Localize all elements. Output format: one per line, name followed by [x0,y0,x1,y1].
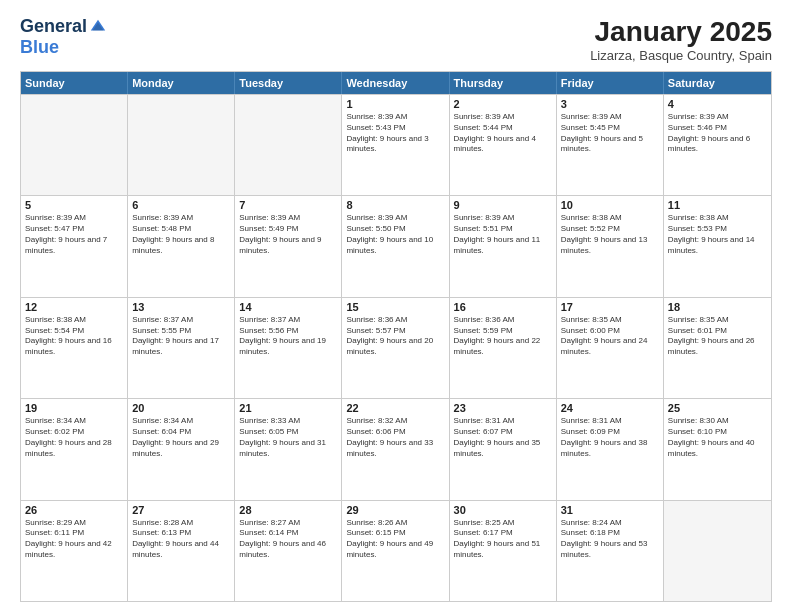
cell-info: Sunrise: 8:30 AMSunset: 6:10 PMDaylight:… [668,416,767,459]
logo-general-text: General [20,16,87,37]
calendar-row-4: 19Sunrise: 8:34 AMSunset: 6:02 PMDayligh… [21,398,771,499]
calendar-cell: 11Sunrise: 8:38 AMSunset: 5:53 PMDayligh… [664,196,771,296]
day-number: 25 [668,402,767,414]
calendar-cell: 25Sunrise: 8:30 AMSunset: 6:10 PMDayligh… [664,399,771,499]
cell-info: Sunrise: 8:25 AMSunset: 6:17 PMDaylight:… [454,518,552,561]
header-tuesday: Tuesday [235,72,342,94]
day-number: 9 [454,199,552,211]
calendar-row-5: 26Sunrise: 8:29 AMSunset: 6:11 PMDayligh… [21,500,771,601]
calendar-cell: 14Sunrise: 8:37 AMSunset: 5:56 PMDayligh… [235,298,342,398]
calendar: Sunday Monday Tuesday Wednesday Thursday… [20,71,772,602]
cell-info: Sunrise: 8:29 AMSunset: 6:11 PMDaylight:… [25,518,123,561]
calendar-cell: 20Sunrise: 8:34 AMSunset: 6:04 PMDayligh… [128,399,235,499]
cell-info: Sunrise: 8:38 AMSunset: 5:52 PMDaylight:… [561,213,659,256]
day-number: 24 [561,402,659,414]
calendar-cell: 10Sunrise: 8:38 AMSunset: 5:52 PMDayligh… [557,196,664,296]
calendar-cell: 8Sunrise: 8:39 AMSunset: 5:50 PMDaylight… [342,196,449,296]
calendar-cell: 23Sunrise: 8:31 AMSunset: 6:07 PMDayligh… [450,399,557,499]
day-number: 5 [25,199,123,211]
day-number: 14 [239,301,337,313]
calendar-cell [664,501,771,601]
header-thursday: Thursday [450,72,557,94]
day-number: 18 [668,301,767,313]
cell-info: Sunrise: 8:38 AMSunset: 5:53 PMDaylight:… [668,213,767,256]
cell-info: Sunrise: 8:27 AMSunset: 6:14 PMDaylight:… [239,518,337,561]
day-number: 23 [454,402,552,414]
cell-info: Sunrise: 8:39 AMSunset: 5:44 PMDaylight:… [454,112,552,155]
calendar-cell: 22Sunrise: 8:32 AMSunset: 6:06 PMDayligh… [342,399,449,499]
cell-info: Sunrise: 8:39 AMSunset: 5:47 PMDaylight:… [25,213,123,256]
calendar-cell: 31Sunrise: 8:24 AMSunset: 6:18 PMDayligh… [557,501,664,601]
page-header: General Blue January 2025 Lizarza, Basqu… [20,16,772,63]
day-number: 7 [239,199,337,211]
cell-info: Sunrise: 8:36 AMSunset: 5:59 PMDaylight:… [454,315,552,358]
day-number: 28 [239,504,337,516]
cell-info: Sunrise: 8:32 AMSunset: 6:06 PMDaylight:… [346,416,444,459]
calendar-cell [21,95,128,195]
cell-info: Sunrise: 8:39 AMSunset: 5:51 PMDaylight:… [454,213,552,256]
day-number: 22 [346,402,444,414]
logo: General Blue [20,16,107,58]
calendar-cell: 3Sunrise: 8:39 AMSunset: 5:45 PMDaylight… [557,95,664,195]
calendar-cell: 7Sunrise: 8:39 AMSunset: 5:49 PMDaylight… [235,196,342,296]
day-number: 8 [346,199,444,211]
day-number: 26 [25,504,123,516]
day-number: 20 [132,402,230,414]
cell-info: Sunrise: 8:26 AMSunset: 6:15 PMDaylight:… [346,518,444,561]
cell-info: Sunrise: 8:39 AMSunset: 5:45 PMDaylight:… [561,112,659,155]
day-number: 16 [454,301,552,313]
calendar-cell: 9Sunrise: 8:39 AMSunset: 5:51 PMDaylight… [450,196,557,296]
calendar-cell: 19Sunrise: 8:34 AMSunset: 6:02 PMDayligh… [21,399,128,499]
calendar-cell: 28Sunrise: 8:27 AMSunset: 6:14 PMDayligh… [235,501,342,601]
calendar-cell: 16Sunrise: 8:36 AMSunset: 5:59 PMDayligh… [450,298,557,398]
header-wednesday: Wednesday [342,72,449,94]
cell-info: Sunrise: 8:31 AMSunset: 6:07 PMDaylight:… [454,416,552,459]
day-number: 3 [561,98,659,110]
calendar-cell: 15Sunrise: 8:36 AMSunset: 5:57 PMDayligh… [342,298,449,398]
cell-info: Sunrise: 8:38 AMSunset: 5:54 PMDaylight:… [25,315,123,358]
calendar-cell: 5Sunrise: 8:39 AMSunset: 5:47 PMDaylight… [21,196,128,296]
header-friday: Friday [557,72,664,94]
calendar-row-1: 1Sunrise: 8:39 AMSunset: 5:43 PMDaylight… [21,94,771,195]
cell-info: Sunrise: 8:35 AMSunset: 6:01 PMDaylight:… [668,315,767,358]
day-number: 1 [346,98,444,110]
calendar-cell: 24Sunrise: 8:31 AMSunset: 6:09 PMDayligh… [557,399,664,499]
cell-info: Sunrise: 8:33 AMSunset: 6:05 PMDaylight:… [239,416,337,459]
day-number: 17 [561,301,659,313]
month-title: January 2025 [590,16,772,48]
cell-info: Sunrise: 8:35 AMSunset: 6:00 PMDaylight:… [561,315,659,358]
calendar-cell: 26Sunrise: 8:29 AMSunset: 6:11 PMDayligh… [21,501,128,601]
day-number: 12 [25,301,123,313]
calendar-cell: 6Sunrise: 8:39 AMSunset: 5:48 PMDaylight… [128,196,235,296]
cell-info: Sunrise: 8:24 AMSunset: 6:18 PMDaylight:… [561,518,659,561]
calendar-cell: 21Sunrise: 8:33 AMSunset: 6:05 PMDayligh… [235,399,342,499]
title-block: January 2025 Lizarza, Basque Country, Sp… [590,16,772,63]
day-number: 31 [561,504,659,516]
calendar-cell: 12Sunrise: 8:38 AMSunset: 5:54 PMDayligh… [21,298,128,398]
day-number: 11 [668,199,767,211]
day-number: 10 [561,199,659,211]
day-number: 6 [132,199,230,211]
calendar-cell: 4Sunrise: 8:39 AMSunset: 5:46 PMDaylight… [664,95,771,195]
day-number: 21 [239,402,337,414]
calendar-cell: 18Sunrise: 8:35 AMSunset: 6:01 PMDayligh… [664,298,771,398]
calendar-row-2: 5Sunrise: 8:39 AMSunset: 5:47 PMDaylight… [21,195,771,296]
cell-info: Sunrise: 8:37 AMSunset: 5:55 PMDaylight:… [132,315,230,358]
calendar-row-3: 12Sunrise: 8:38 AMSunset: 5:54 PMDayligh… [21,297,771,398]
logo-blue-text: Blue [20,37,59,58]
day-number: 19 [25,402,123,414]
day-number: 29 [346,504,444,516]
day-number: 4 [668,98,767,110]
cell-info: Sunrise: 8:36 AMSunset: 5:57 PMDaylight:… [346,315,444,358]
calendar-cell [128,95,235,195]
calendar-cell: 30Sunrise: 8:25 AMSunset: 6:17 PMDayligh… [450,501,557,601]
cell-info: Sunrise: 8:39 AMSunset: 5:48 PMDaylight:… [132,213,230,256]
logo-icon [89,18,107,36]
calendar-cell: 2Sunrise: 8:39 AMSunset: 5:44 PMDaylight… [450,95,557,195]
day-number: 30 [454,504,552,516]
cell-info: Sunrise: 8:34 AMSunset: 6:04 PMDaylight:… [132,416,230,459]
day-number: 13 [132,301,230,313]
cell-info: Sunrise: 8:39 AMSunset: 5:50 PMDaylight:… [346,213,444,256]
day-number: 27 [132,504,230,516]
day-number: 15 [346,301,444,313]
